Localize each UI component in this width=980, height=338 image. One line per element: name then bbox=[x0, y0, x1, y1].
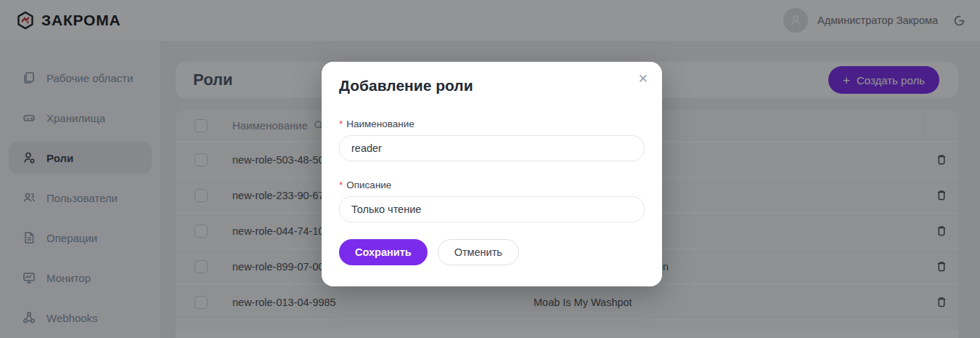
description-field-label: Описание bbox=[346, 180, 391, 190]
role-description-input[interactable] bbox=[339, 196, 645, 222]
required-mark: * bbox=[339, 180, 343, 190]
add-role-modal: Добавление роли ✕ *Наименование *Описани… bbox=[322, 62, 662, 286]
close-icon[interactable]: ✕ bbox=[638, 73, 648, 85]
cancel-button[interactable]: Отменить bbox=[438, 239, 519, 265]
role-name-input[interactable] bbox=[339, 135, 645, 161]
save-button[interactable]: Сохранить bbox=[339, 239, 428, 265]
required-mark: * bbox=[339, 118, 343, 129]
modal-title: Добавление роли bbox=[339, 77, 645, 94]
name-field-label: Наименование bbox=[346, 118, 415, 129]
